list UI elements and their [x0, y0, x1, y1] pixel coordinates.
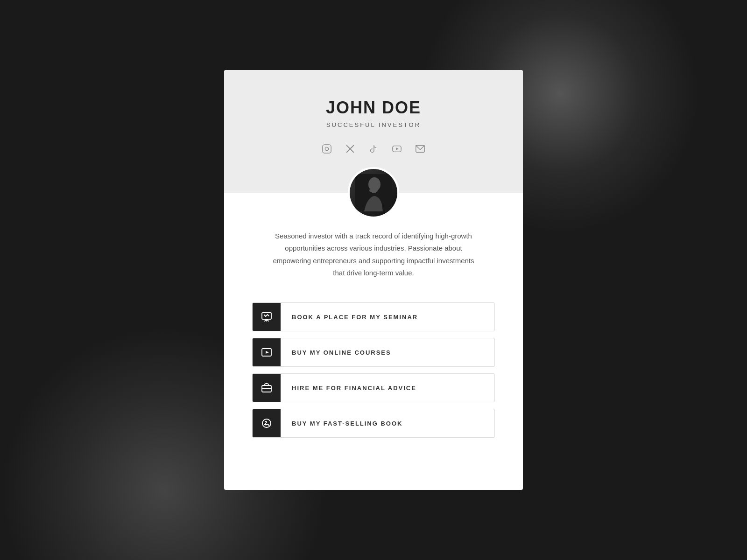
svg-rect-0: [323, 145, 331, 153]
card-header: JOHN DOE SUCCESFUL INVESTOR: [224, 70, 523, 193]
courses-label: BUY MY ONLINE COURSES: [281, 349, 494, 356]
avatar: [348, 167, 399, 218]
svg-point-1: [325, 147, 328, 150]
seminar-icon-box: [253, 303, 281, 331]
courses-link[interactable]: BUY MY ONLINE COURSES: [252, 338, 495, 367]
instagram-icon[interactable]: [320, 142, 333, 155]
book-label: BUY MY FAST-SELLING BOOK: [281, 420, 494, 427]
card-body: Seasoned investor with a track record of…: [224, 193, 523, 461]
twitter-x-icon[interactable]: [344, 142, 357, 155]
svg-marker-4: [396, 147, 399, 150]
social-icons-row: [320, 142, 427, 155]
profile-bio: Seasoned investor with a track record of…: [271, 230, 476, 279]
seminar-link[interactable]: BOOK A PLACE FOR MY SEMINAR: [252, 302, 495, 331]
seminar-label: BOOK A PLACE FOR MY SEMINAR: [281, 314, 494, 321]
email-icon[interactable]: [414, 142, 427, 155]
svg-point-2: [329, 147, 330, 147]
profile-title: SUCCESFUL INVESTOR: [326, 121, 421, 128]
profile-name: JOHN DOE: [326, 98, 421, 118]
avatar-silhouette: [355, 174, 392, 211]
financial-advice-label: HIRE ME FOR FINANCIAL ADVICE: [281, 385, 494, 392]
profile-card: JOHN DOE SUCCESFUL INVESTOR: [224, 70, 523, 490]
courses-icon-box: [253, 338, 281, 366]
presentation-icon: [261, 311, 272, 322]
avatar-placeholder: [350, 169, 397, 217]
briefcase-icon: [261, 382, 272, 393]
tiktok-icon[interactable]: [367, 142, 380, 155]
financial-advice-icon-box: [253, 374, 281, 402]
links-list: BOOK A PLACE FOR MY SEMINAR BUY MY ONLIN…: [252, 302, 495, 438]
svg-rect-13: [262, 385, 271, 392]
svg-marker-12: [266, 351, 269, 354]
play-icon: [261, 347, 272, 358]
book-link[interactable]: BUY MY FAST-SELLING BOOK: [252, 409, 495, 438]
amazon-icon: [261, 418, 272, 429]
svg-point-14: [262, 419, 271, 427]
book-icon-box: [253, 409, 281, 437]
youtube-icon[interactable]: [390, 142, 403, 155]
svg-point-9: [369, 188, 378, 193]
financial-advice-link[interactable]: HIRE ME FOR FINANCIAL ADVICE: [252, 373, 495, 402]
